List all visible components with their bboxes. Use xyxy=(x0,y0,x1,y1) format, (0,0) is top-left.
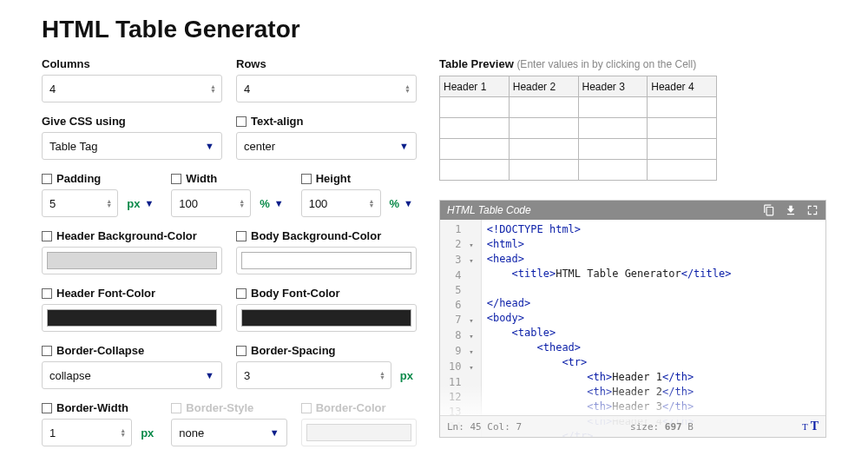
table-header-cell[interactable]: Header 2 xyxy=(509,76,578,97)
page-title: HTML Table Generator xyxy=(42,16,826,43)
height-input[interactable]: 100 ▲▼ xyxy=(301,189,381,217)
table-cell[interactable] xyxy=(509,160,578,181)
stepper-icon[interactable]: ▲▼ xyxy=(379,371,385,380)
table-cell[interactable] xyxy=(578,118,648,139)
width-checkbox[interactable] xyxy=(171,174,181,184)
height-unit-select[interactable]: % ▼ xyxy=(386,189,417,217)
table-cell[interactable] xyxy=(578,97,648,118)
border-style-select[interactable]: none ▼ xyxy=(171,419,286,446)
form-panel: Columns 4 ▲▼ Rows 4 ▲▼ Give CSS using Ta… xyxy=(42,57,417,456)
stepper-icon[interactable]: ▲▼ xyxy=(106,199,112,208)
chevron-down-icon: ▼ xyxy=(404,198,413,208)
text-align-select[interactable]: center ▼ xyxy=(236,132,417,160)
chevron-down-icon: ▼ xyxy=(270,427,279,438)
border-style-checkbox[interactable] xyxy=(171,403,181,413)
copy-icon[interactable] xyxy=(763,204,775,216)
padding-input[interactable]: 5 ▲▼ xyxy=(42,189,118,217)
header-bg-checkbox[interactable] xyxy=(42,231,52,241)
chevron-down-icon: ▼ xyxy=(205,370,214,380)
stepper-icon[interactable]: ▲▼ xyxy=(369,199,375,208)
body-bg-label: Body Background-Color xyxy=(236,229,417,242)
padding-unit-select[interactable]: px ▼ xyxy=(123,189,157,217)
table-cell[interactable] xyxy=(509,118,578,139)
header-bg-label: Header Background-Color xyxy=(42,229,222,242)
border-collapse-checkbox[interactable] xyxy=(42,346,52,356)
header-font-color[interactable] xyxy=(42,304,222,332)
header-font-label: Header Font-Color xyxy=(42,287,222,300)
table-cell[interactable] xyxy=(648,160,717,181)
border-color-label: Border-Color xyxy=(301,401,417,414)
body-font-color[interactable] xyxy=(236,304,417,332)
width-unit-select[interactable]: % ▼ xyxy=(256,189,286,217)
columns-input[interactable]: 4 ▲▼ xyxy=(42,75,222,102)
text-align-label: Text-align xyxy=(236,115,417,128)
code-status-bar: Ln: 45 Col: 7 size: 697 B TT xyxy=(440,415,825,437)
expand-icon[interactable] xyxy=(806,204,819,216)
border-spacing-input[interactable]: 3 ▲▼ xyxy=(236,361,391,389)
preview-heading: Table Preview (Enter values in by clicki… xyxy=(439,57,826,70)
table-cell[interactable] xyxy=(509,139,578,160)
table-cell[interactable] xyxy=(440,118,510,139)
stepper-icon[interactable]: ▲▼ xyxy=(404,84,411,93)
table-header-cell[interactable]: Header 1 xyxy=(440,76,510,97)
body-font-label: Body Font-Color xyxy=(236,287,417,300)
stepper-icon[interactable]: ▲▼ xyxy=(210,84,216,93)
css-using-label: Give CSS using xyxy=(42,115,222,128)
columns-label: Columns xyxy=(42,57,222,70)
table-cell[interactable] xyxy=(509,97,578,118)
chevron-down-icon: ▼ xyxy=(144,198,154,208)
border-width-checkbox[interactable] xyxy=(42,403,52,413)
table-cell[interactable] xyxy=(440,139,510,160)
body-bg-color[interactable] xyxy=(236,247,417,274)
border-width-input[interactable]: 1 ▲▼ xyxy=(42,419,132,446)
table-preview[interactable]: Header 1Header 2Header 3Header 4 xyxy=(439,76,717,181)
width-label: Width xyxy=(171,172,286,185)
chevron-down-icon: ▼ xyxy=(205,141,214,151)
table-cell[interactable] xyxy=(648,97,717,118)
border-collapse-label: Border-Collapse xyxy=(42,344,222,357)
border-width-unit[interactable]: px xyxy=(137,419,157,446)
table-header-cell[interactable]: Header 3 xyxy=(578,76,648,97)
header-bg-color[interactable] xyxy=(42,247,222,274)
stepper-icon[interactable]: ▲▼ xyxy=(239,199,245,208)
table-cell[interactable] xyxy=(648,118,717,139)
table-cell[interactable] xyxy=(648,139,717,160)
border-width-label: Border-Width xyxy=(42,401,157,414)
border-spacing-unit[interactable]: px xyxy=(397,361,417,389)
stepper-icon[interactable]: ▲▼ xyxy=(120,428,126,437)
table-cell[interactable] xyxy=(440,97,510,118)
body-bg-checkbox[interactable] xyxy=(236,231,247,241)
padding-label: Padding xyxy=(42,172,157,185)
header-font-checkbox[interactable] xyxy=(42,288,52,299)
border-spacing-checkbox[interactable] xyxy=(236,346,247,356)
width-input[interactable]: 100 ▲▼ xyxy=(171,189,251,217)
chevron-down-icon: ▼ xyxy=(399,141,409,151)
border-style-label: Border-Style xyxy=(171,401,286,414)
chevron-down-icon: ▼ xyxy=(274,198,284,208)
table-cell[interactable] xyxy=(440,160,510,181)
css-using-select[interactable]: Table Tag ▼ xyxy=(42,132,222,160)
table-header-cell[interactable]: Header 4 xyxy=(648,76,717,97)
table-cell[interactable] xyxy=(578,139,648,160)
border-color-checkbox[interactable] xyxy=(301,403,312,413)
code-editor[interactable]: 1 2 ▾3 ▾4 5 6 7 ▾8 ▾9 ▾10 ▾11 12 13 14 1… xyxy=(440,220,825,437)
border-spacing-label: Border-Spacing xyxy=(236,344,417,357)
code-panel: HTML Table Code 1 2 ▾3 ▾4 5 6 7 ▾8 ▾9 ▾1… xyxy=(439,200,826,438)
height-label: Height xyxy=(301,172,417,185)
rows-label: Rows xyxy=(236,57,417,70)
border-color-swatch[interactable] xyxy=(301,419,417,446)
download-icon[interactable] xyxy=(784,204,798,216)
height-checkbox[interactable] xyxy=(301,174,312,184)
border-collapse-select[interactable]: collapse ▼ xyxy=(42,361,222,389)
padding-checkbox[interactable] xyxy=(42,174,52,184)
table-cell[interactable] xyxy=(578,160,648,181)
code-panel-title: HTML Table Code xyxy=(447,204,531,216)
text-align-checkbox[interactable] xyxy=(236,116,247,127)
body-font-checkbox[interactable] xyxy=(236,288,247,299)
rows-input[interactable]: 4 ▲▼ xyxy=(236,75,417,102)
